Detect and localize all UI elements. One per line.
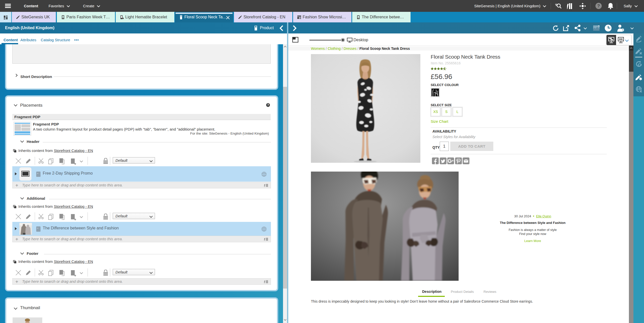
svg-text:✱: ✱: [122, 17, 124, 19]
